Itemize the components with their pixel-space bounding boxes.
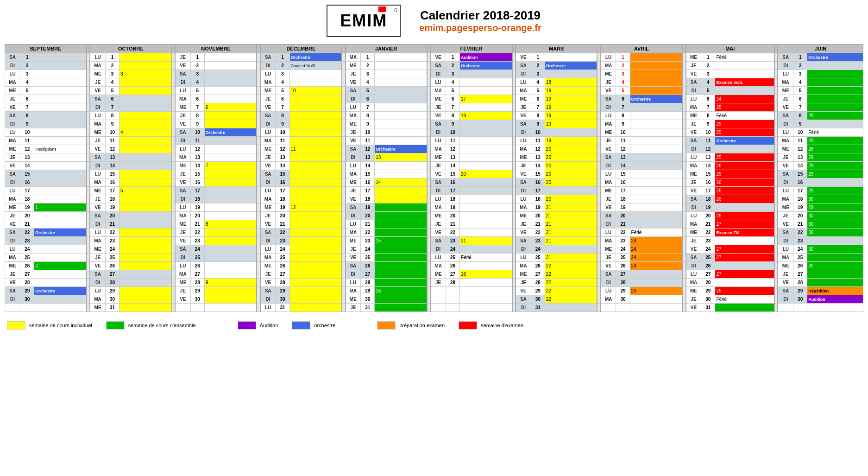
table-row: LU3 ME33 SA3 LU3 JE3 DI3 DI3 ME3 VE3 [5, 70, 863, 78]
legend-label-green: semaine de cours d'ensemble [128, 323, 196, 328]
table-row: ME31 LU31 JE31 DI31 VE31 [5, 304, 863, 312]
legend-color-purple [238, 321, 256, 330]
table-row: SA29Orchestre LU29 JE29 SA29 MA2916 VE29… [5, 287, 863, 295]
month-decembre: DÉCEMBRE [260, 44, 342, 53]
table-row: DI16 MA16 VE16 DI16 ME1614 SA16 SA1620 M… [5, 178, 863, 187]
table-row: VE28 DI28 ME289 VE28 LU28 JE28 JE2822 DI… [5, 279, 863, 287]
table-row: LU10 ME104 SA10Orchestre LU10 JE10 DI10 … [5, 128, 863, 137]
table-row: DI2 MA2 VE2 DI2Concert Noël ME2 SA2Orche… [5, 62, 863, 70]
legend-item-green: semaine de cours d'ensemble [106, 321, 196, 330]
table-row: JE20 SA20 MA20 JE20 DI20 ME20 ME2021 SA2… [5, 212, 863, 220]
table-row: VE14 DI14 ME147 VE14 LU14 JE14 JE1420 DI… [5, 162, 863, 170]
legend-label-orange: préparation examen [399, 323, 445, 328]
page-header: EMIM ♫ Calendrier 2018-2019 emim.pagespe… [5, 5, 863, 37]
table-row: VE21 DI21 ME218 VE21 LU21 JE21 JE2121 DI… [5, 220, 863, 228]
month-mars: MARS [516, 44, 597, 53]
table-row: ME191 VE19 LU19 ME1912 SA19 MA19 MA1921 … [5, 203, 863, 212]
table-row: ME262 VE26 LU26 ME26 SA26 MA26 MA2622 VE… [5, 262, 863, 270]
month-octobre: OCTOBRE [90, 44, 171, 53]
legend-label-red: semaine d'examen [481, 323, 523, 328]
logo: EMIM ♫ [327, 5, 401, 37]
legend-item-blue: orchestre [292, 321, 335, 330]
table-row: ME5 VE5 LU5 ME510 SA5 MA5 MA519 VE5 DI5 [5, 87, 863, 95]
legend-color-red [459, 321, 477, 330]
table-row: SA22Orchestre LU22 JE22 SA22 MA22 VE22 V… [5, 228, 863, 237]
month-janvier: JANVIER [346, 44, 427, 53]
table-row: SA15 LU15 JE15 SA15 MA15 VE1520 VE1520 L… [5, 170, 863, 178]
table-row: SA1 LU1 JE1 SA1Orchestre MA1 VE1Audition… [5, 53, 863, 62]
legend-color-orange [377, 321, 396, 330]
table-row: JE6 SA6 MA6 JE6 DI6 ME617 ME619 SA6Orche… [5, 95, 863, 103]
month-avril: AVRIL [601, 44, 682, 53]
table-row: LU17 ME175 SA17 LU17 JE17 DI17 DI17 ME17 [5, 187, 863, 195]
table-row: LU24 ME24 SA24 LU24 JE24 DI24 DI24 ME242… [5, 245, 863, 254]
month-fevrier: FÉVRIER [430, 44, 512, 53]
table-row: VE7 DI7 ME76 VE7 LU7 JE7 JE719 DI7 MA725 [5, 103, 863, 112]
legend-item-yellow: semaine de cours individuel [7, 321, 92, 330]
legend-color-yellow [7, 321, 25, 330]
table-row: SA8 LU8 JE8 SA8 MA8 VE819 VE819 LU8 ME8F [5, 112, 863, 120]
legend-item-purple: Audition [238, 321, 278, 330]
month-novembre: NOVEMBRE [175, 44, 257, 53]
legend-label-yellow: semaine de cours individuel [29, 323, 92, 328]
month-mai: MAI [686, 44, 774, 53]
table-row: ME12Inscriptions VE12 LU12 ME1211 SA12Or… [5, 145, 863, 153]
legend-item-orange: préparation examen [377, 321, 445, 330]
table-row: MA25 JE25 DI25 MA25 VE25 LU25Férié LU252… [5, 254, 863, 262]
table-row: DI23 MA23 VE23 DI23 ME2315 SA2321 SA2321… [5, 237, 863, 245]
table-row: JE13 SA13 MA13 JE13 DI1313 ME13 ME1320 S… [5, 153, 863, 162]
month-septembre: SEPTEMBRE [5, 44, 87, 53]
legend-label-purple: Audition [260, 323, 278, 328]
table-row: JE27 SA27 MA27 JE27 DI27 ME2718 ME2722 S… [5, 270, 863, 279]
page-subtitle: emim.pagesperso-orange.fr [419, 23, 541, 33]
table-row: MA18 JE18 DI18 MA18 VE18 LU18 LU1820 JE1… [5, 195, 863, 203]
legend-item-red: semaine d'examen [459, 321, 523, 330]
legend-label-blue: orchestre [314, 323, 335, 328]
table-row: DI9 MA9 VE9 DI9 ME9 SA9 SA919 MA9 JE925 [5, 120, 863, 128]
table-row: DI30 MA30 VE30 DI30 ME30 SA3022 MA30 JE [5, 295, 863, 304]
legend: semaine de cours individuel semaine de c… [5, 319, 863, 332]
table-row: MA11 JE11 DI11 MA11 VE11 LU11 LU1119 JE1… [5, 137, 863, 145]
legend-color-blue [292, 321, 310, 330]
legend-color-green [106, 321, 125, 330]
page-title: Calendrier 2018-2019 [419, 8, 541, 23]
table-row: MA4 JE4 DI4 MA4 VE4 LU4 LU418 JE4 SA4Exa [5, 78, 863, 87]
month-juin: JUIN [778, 44, 863, 53]
calendar-table: SEPTEMBRE OCTOBRE NOVEMBRE DÉCEMBRE JANV… [5, 44, 863, 312]
